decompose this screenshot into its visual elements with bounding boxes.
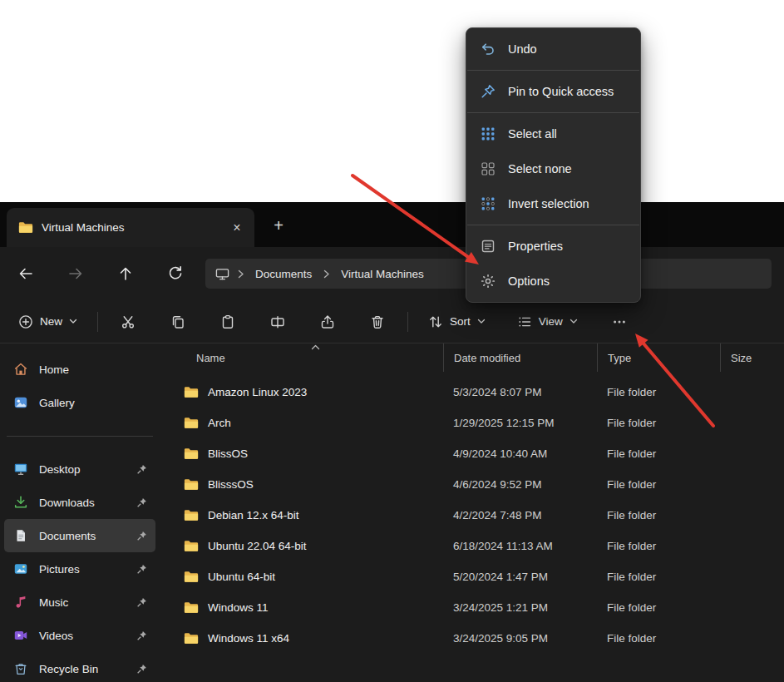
documents-icon: [13, 528, 28, 543]
rename-icon: [270, 314, 285, 329]
chevron-down-icon: [477, 319, 486, 324]
chevron-right-icon: [237, 269, 244, 279]
up-button[interactable]: [111, 259, 140, 288]
content-area: Home Gallery Desktop: [0, 343, 784, 682]
view-button[interactable]: View: [509, 307, 586, 337]
folder-icon: [184, 571, 199, 583]
gallery-icon: [13, 395, 28, 410]
sort-button[interactable]: Sort: [420, 307, 494, 337]
column-header-name[interactable]: Name: [160, 343, 443, 372]
new-button-label: New: [40, 315, 62, 328]
desktop-icon: [13, 462, 28, 477]
column-header-size[interactable]: Size: [720, 343, 784, 372]
file-type: File folder: [597, 478, 720, 491]
forward-button[interactable]: [62, 259, 90, 288]
sidebar-item-home[interactable]: Home: [4, 353, 155, 386]
file-date-modified: 4/6/2024 9:52 PM: [443, 478, 597, 491]
forward-arrow-icon: [67, 265, 84, 282]
pin-icon: [136, 464, 147, 475]
file-row[interactable]: Arch 1/29/2025 12:15 PM File folder: [160, 408, 784, 438]
sidebar-item-downloads[interactable]: Downloads: [4, 486, 155, 519]
file-row[interactable]: Windows 11 x64 3/24/2025 9:05 PM File fo…: [160, 623, 784, 654]
file-name: BlissOS: [208, 447, 248, 460]
column-header-type[interactable]: Type: [597, 343, 720, 372]
file-name: Ubuntu 64-bit: [208, 571, 275, 583]
breadcrumb-documents[interactable]: Documents: [252, 266, 315, 282]
toolbar-divider: [407, 312, 408, 332]
sidebar-item-documents[interactable]: Documents: [4, 519, 155, 552]
tab-virtual-machines[interactable]: Virtual Machines ×: [7, 208, 254, 247]
toolbar-divider: [97, 312, 98, 332]
sidebar-item-videos[interactable]: Videos: [4, 619, 155, 652]
sidebar-item-label: Pictures: [39, 563, 80, 576]
sidebar-item-desktop[interactable]: Desktop: [4, 452, 155, 486]
file-row[interactable]: Ubuntu 22.04 64-bit 6/18/2024 11:13 AM F…: [160, 531, 784, 561]
tab-close-icon[interactable]: ×: [226, 217, 248, 239]
undo-icon: [481, 42, 496, 57]
sidebar-item-label: Documents: [39, 530, 96, 542]
folder-icon: [184, 540, 199, 552]
file-date-modified: 4/9/2024 10:40 AM: [443, 447, 597, 460]
file-row[interactable]: Amazon Linux 2023 5/3/2024 8:07 PM File …: [160, 377, 784, 408]
file-row[interactable]: BlissOS 4/9/2024 10:40 AM File folder: [160, 438, 784, 469]
sidebar-item-gallery[interactable]: Gallery: [4, 386, 155, 419]
menu-item-select-none[interactable]: Select none: [466, 151, 640, 186]
new-tab-button[interactable]: +: [266, 213, 291, 238]
menu-item-options[interactable]: Options: [466, 264, 640, 299]
chevron-down-icon: [570, 319, 578, 324]
refresh-icon: [167, 265, 184, 282]
column-header-label: Size: [731, 352, 752, 364]
file-row[interactable]: Debian 12.x 64-bit 4/2/2024 7:48 PM File…: [160, 500, 784, 531]
file-explorer-window: Virtual Machines × +: [0, 202, 784, 682]
file-name: Windows 11 x64: [208, 632, 289, 645]
pictures-icon: [13, 561, 28, 576]
see-more-button[interactable]: [601, 307, 638, 337]
copy-button[interactable]: [160, 307, 196, 337]
file-row[interactable]: Ubuntu 64-bit 5/20/2024 1:47 PM File fol…: [160, 561, 784, 592]
cut-button[interactable]: [110, 307, 146, 337]
refresh-button[interactable]: [161, 259, 190, 288]
sidebar-item-label: Gallery: [39, 397, 75, 409]
back-button[interactable]: [12, 259, 40, 288]
this-pc-icon: [215, 267, 229, 281]
file-type: File folder: [597, 632, 720, 645]
sidebar-item-label: Home: [39, 363, 69, 376]
sidebar-item-label: Downloads: [39, 497, 95, 509]
file-date-modified: 6/18/2024 11:13 AM: [443, 540, 597, 552]
column-header-date-modified[interactable]: Date modified: [443, 343, 597, 372]
sidebar-item-recycle-bin[interactable]: Recycle Bin: [4, 652, 155, 682]
file-row[interactable]: Windows 11 3/24/2025 1:21 PM File folder: [160, 592, 784, 623]
select-all-icon: [481, 126, 496, 141]
paste-button[interactable]: [210, 307, 246, 337]
file-date-modified: 4/2/2024 7:48 PM: [443, 509, 597, 521]
screenshot-root: Virtual Machines × +: [0, 0, 784, 682]
new-button[interactable]: New: [10, 307, 86, 337]
file-date-modified: 5/3/2024 8:07 PM: [443, 386, 597, 398]
menu-item-undo[interactable]: Undo: [466, 32, 640, 67]
pin-icon: [136, 664, 147, 675]
new-plus-icon: [18, 314, 33, 329]
sidebar-item-music[interactable]: Music: [4, 586, 155, 619]
menu-item-select-all[interactable]: Select all: [466, 116, 640, 151]
file-date-modified: 1/29/2025 12:15 PM: [443, 417, 597, 429]
sidebar-item-pictures[interactable]: Pictures: [4, 552, 155, 586]
rename-button[interactable]: [259, 307, 296, 337]
file-name: Arch: [208, 417, 231, 429]
pin-icon: [136, 564, 147, 575]
folder-icon: [184, 509, 199, 521]
breadcrumb-virtual-machines[interactable]: Virtual Machines: [338, 266, 427, 282]
menu-item-properties[interactable]: Properties: [466, 229, 640, 264]
file-name: Amazon Linux 2023: [208, 386, 307, 398]
cut-scissors-icon: [121, 314, 136, 329]
menu-item-pin-to-quick-access[interactable]: Pin to Quick access: [466, 74, 640, 109]
menu-item-invert-selection[interactable]: Invert selection: [466, 186, 640, 221]
share-button[interactable]: [309, 307, 346, 337]
delete-button[interactable]: [359, 307, 396, 337]
file-type: File folder: [597, 386, 720, 398]
ellipsis-icon: [612, 314, 627, 329]
videos-icon: [13, 628, 28, 643]
column-header-label: Name: [196, 352, 225, 364]
file-row[interactable]: BlisssOS 4/6/2024 9:52 PM File folder: [160, 469, 784, 500]
file-list-panel: Name Date modified Type Size Amazon Linu…: [160, 343, 784, 682]
sort-ascending-icon: [311, 344, 320, 350]
